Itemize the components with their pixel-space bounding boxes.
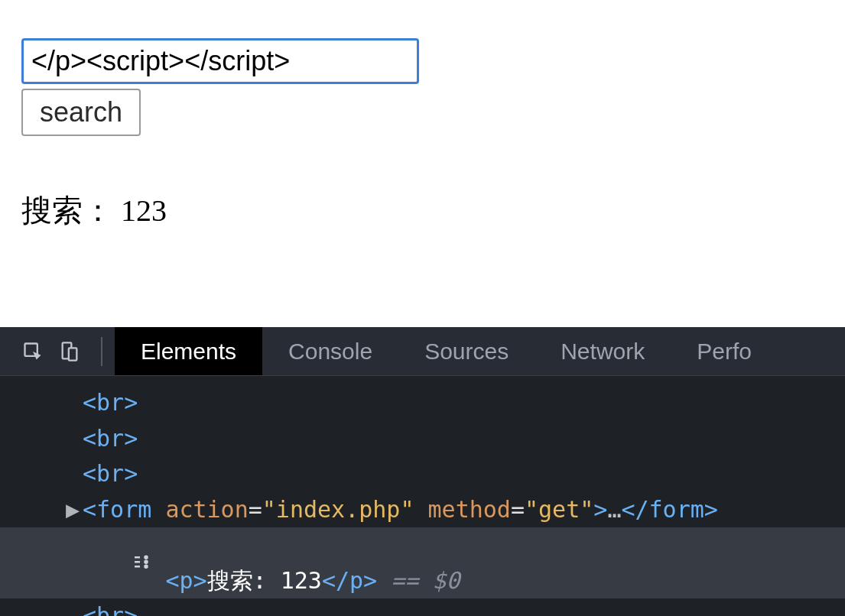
- breadcrumb-indicator-icon: [21, 510, 154, 616]
- dom-node-br[interactable]: <br>: [0, 385, 845, 421]
- search-button[interactable]: search: [21, 89, 141, 136]
- dom-node-p-selected[interactable]: <p>搜索: 123</p> == $0: [0, 527, 845, 598]
- tab-network[interactable]: Network: [535, 327, 671, 375]
- svg-point-8: [145, 566, 147, 568]
- tab-console[interactable]: Console: [262, 327, 398, 375]
- tab-elements[interactable]: Elements: [115, 327, 262, 375]
- elements-tree[interactable]: <br> <br> <br> ▶<form action="index.php"…: [0, 376, 845, 616]
- dom-node-br[interactable]: <br>: [0, 421, 845, 457]
- inspect-element-icon[interactable]: [21, 340, 44, 363]
- tab-sources[interactable]: Sources: [398, 327, 535, 375]
- svg-point-7: [145, 561, 147, 563]
- search-input[interactable]: [21, 38, 419, 84]
- dom-node-br[interactable]: <br>: [0, 456, 845, 492]
- search-result-text: 搜索： 123: [21, 190, 824, 232]
- devtools-panel: Elements Console Sources Network Perfo <…: [0, 327, 845, 616]
- svg-point-6: [145, 556, 147, 559]
- device-toggle-icon[interactable]: [58, 340, 81, 363]
- devtools-tabbar: Elements Console Sources Network Perfo: [0, 327, 845, 376]
- toolbar-divider: [101, 337, 102, 366]
- svg-rect-2: [69, 348, 77, 360]
- tab-performance[interactable]: Perfo: [671, 327, 778, 375]
- page-content: search 搜索： 123: [0, 0, 845, 247]
